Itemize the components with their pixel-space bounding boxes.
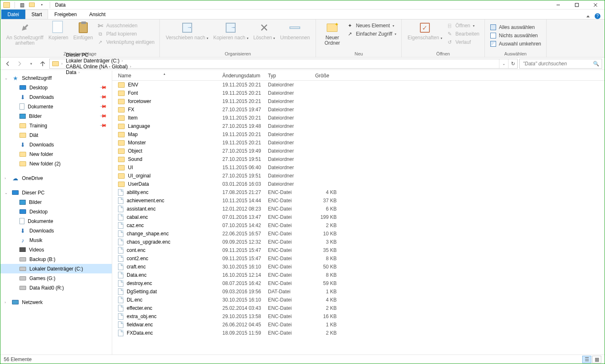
file-row[interactable]: effecter.enc25.02.2014 03:43ENC-Datei2 K…: [112, 304, 605, 312]
file-row[interactable]: Map19.11.2015 20:21Dateiordner: [112, 130, 605, 139]
file-row[interactable]: Monster19.11.2015 20:21Dateiordner: [112, 139, 605, 147]
close-button[interactable]: [586, 0, 605, 10]
pin-quickaccess-button[interactable]: An Schnellzugriff anheften: [4, 20, 46, 47]
file-row[interactable]: assistant.enc12.01.2012 08:23ENC-Datei6 …: [112, 205, 605, 213]
file-row[interactable]: Font19.11.2015 20:21Dateiordner: [112, 89, 605, 97]
properties-button[interactable]: ✓Eigenschaften ▾: [405, 20, 444, 42]
nav-qa-item[interactable]: Dokumente📌: [0, 102, 112, 111]
file-row[interactable]: forcetower19.11.2015 20:21Dateiordner: [112, 97, 605, 105]
file-row[interactable]: achievement.enc10.11.2015 14:44ENC-Datei…: [112, 196, 605, 205]
nav-pc-item[interactable]: Desktop: [0, 207, 112, 216]
tab-datei[interactable]: Datei: [1, 10, 25, 19]
col-type[interactable]: Typ: [262, 73, 309, 79]
edit-button[interactable]: ✎Bearbeiten: [445, 30, 481, 38]
file-row[interactable]: UI_orginal27.10.2015 19:51Dateiordner: [112, 172, 605, 180]
copypath-button[interactable]: ⧉Pfad kopieren: [95, 30, 156, 38]
address-dropdown-icon[interactable]: ⌄: [499, 59, 508, 68]
qat-newfolder-icon[interactable]: [27, 1, 36, 9]
file-row[interactable]: Item19.11.2015 20:21Dateiordner: [112, 114, 605, 122]
file-row[interactable]: UserData03.01.2016 16:03Dateiordner: [112, 180, 605, 188]
maximize-button[interactable]: [567, 0, 586, 10]
nav-pc-item[interactable]: Backup (B:): [0, 254, 112, 264]
collapse-ribbon-icon[interactable]: [586, 15, 590, 17]
file-row[interactable]: DgSetting.dat09.03.2016 19:56DAT-Datei1 …: [112, 287, 605, 296]
file-row[interactable]: fieldwar.enc26.06.2012 04:45ENC-Datei1 K…: [112, 321, 605, 329]
file-row[interactable]: cont.enc09.11.2015 15:47ENC-Datei35 KB: [112, 246, 605, 254]
file-row[interactable]: chaos_upgrade.enc09.09.2015 12:32ENC-Dat…: [112, 238, 605, 246]
search-box[interactable]: 🔍: [519, 59, 602, 69]
qat-dropdown-icon[interactable]: ▾: [37, 1, 46, 9]
delete-button[interactable]: ✕Löschen ▾: [251, 20, 278, 42]
file-row[interactable]: Object27.10.2015 19:49Dateiordner: [112, 147, 605, 155]
file-row[interactable]: caz.enc07.10.2015 14:42ENC-Datei2 KB: [112, 221, 605, 230]
nav-thispc[interactable]: ⌄Dieser PC: [0, 188, 112, 197]
nav-pc-item[interactable]: ♪Musik: [0, 235, 112, 245]
up-button[interactable]: [38, 59, 48, 69]
nav-qa-item[interactable]: ⬇Downloads: [0, 140, 112, 149]
forward-button[interactable]: [14, 59, 24, 69]
breadcrumb-item[interactable]: Lokaler Datenträger (C:)›: [64, 58, 135, 64]
nav-pane[interactable]: ⌄★Schnellzugriff Desktop📌⬇Downloads📌Doku…: [0, 71, 112, 354]
file-row[interactable]: ENV19.11.2015 20:21Dateiordner: [112, 81, 605, 89]
file-row[interactable]: Sound27.10.2015 19:51Dateiordner: [112, 155, 605, 163]
qat-properties-icon[interactable]: ▥: [17, 1, 27, 9]
selectall-button[interactable]: Alles auswählen: [488, 24, 543, 31]
nav-pc-item[interactable]: ⬇Downloads: [0, 226, 112, 235]
paste-button[interactable]: Einfügen: [71, 20, 95, 41]
nav-pc-item[interactable]: Data Raid0 (R:): [0, 283, 112, 292]
nav-pc-item[interactable]: Dokumente: [0, 216, 112, 226]
easyaccess-button[interactable]: ↗Einfacher Zugriff ▾: [345, 30, 398, 38]
nav-onedrive[interactable]: ›☁OneDrive: [0, 173, 112, 183]
breadcrumb-item[interactable]: Dieser PC›: [64, 52, 135, 58]
search-input[interactable]: [522, 60, 593, 67]
nav-qa-item[interactable]: Desktop📌: [0, 83, 112, 92]
nav-qa-item[interactable]: Diät: [0, 130, 112, 140]
invertselect-button[interactable]: Auswahl umkehren: [488, 40, 543, 48]
copy-button[interactable]: Kopieren: [46, 20, 71, 41]
view-icons-button[interactable]: ▦: [592, 356, 601, 363]
nav-pc-item[interactable]: Bilder: [0, 197, 112, 207]
file-row[interactable]: cont2.enc09.11.2015 15:47ENC-Datei8 KB: [112, 254, 605, 263]
nav-pc-item[interactable]: Lokaler Datenträger (C:): [0, 264, 112, 273]
file-row[interactable]: UI15.11.2015 06:40Dateiordner: [112, 163, 605, 172]
file-row[interactable]: Data.enc16.10.2015 12:14ENC-Datei8 KB: [112, 271, 605, 279]
file-row[interactable]: craft.enc30.10.2015 16:10ENC-Datei50 KB: [112, 263, 605, 271]
nav-qa-item[interactable]: ⬇Downloads📌: [0, 92, 112, 102]
file-row[interactable]: FX27.10.2015 19:47Dateiordner: [112, 105, 605, 114]
newitem-button[interactable]: ✦Neues Element ▾: [345, 22, 398, 29]
open-button[interactable]: ⌸Öffnen ▾: [445, 22, 481, 29]
nav-network[interactable]: ›Netzwerk: [0, 297, 112, 307]
file-row[interactable]: extra_obj.enc29.10.2015 13:58ENC-Datei16…: [112, 312, 605, 321]
nav-qa-item[interactable]: Training📌: [0, 121, 112, 130]
col-name[interactable]: Name▴: [112, 73, 217, 79]
col-date[interactable]: Änderungsdatum: [217, 73, 262, 79]
pastelink-button[interactable]: ↗Verknüpfung einfügen: [95, 38, 156, 46]
nav-qa-item[interactable]: Bilder📌: [0, 111, 112, 121]
view-details-button[interactable]: ☰: [582, 356, 591, 363]
recent-dropdown[interactable]: ▾: [26, 59, 36, 69]
refresh-button[interactable]: ↻: [508, 59, 517, 68]
newfolder-button[interactable]: Neuer Ordner: [319, 20, 345, 47]
file-row[interactable]: FXData.enc18.09.2015 11:59ENC-Datei2 KB: [112, 329, 605, 337]
copyto-button[interactable]: Kopieren nach ▾: [211, 20, 251, 42]
nav-qa-item[interactable]: New folder: [0, 149, 112, 159]
file-row[interactable]: cabal.enc07.01.2016 13:47ENC-Datei199 KB: [112, 213, 605, 221]
tab-freigeben[interactable]: Freigeben: [48, 10, 83, 19]
nav-pc-item[interactable]: Videos: [0, 245, 112, 254]
breadcrumb-item[interactable]: CABAL Online (NA - Global)›: [64, 64, 135, 69]
moveto-button[interactable]: Verschieben nach ▾: [163, 20, 211, 42]
tab-ansicht[interactable]: Ansicht: [83, 10, 111, 19]
file-row[interactable]: DL.enc30.10.2015 16:10ENC-Datei4 KB: [112, 296, 605, 304]
file-row[interactable]: change_shape.enc22.06.2015 16:57ENC-Date…: [112, 230, 605, 238]
history-button[interactable]: ↺Verlauf: [445, 38, 481, 46]
minimize-button[interactable]: [549, 0, 567, 10]
nav-qa-item[interactable]: New folder (2): [0, 159, 112, 168]
rename-button[interactable]: Umbenennen: [277, 20, 312, 41]
address-bar[interactable]: › Dieser PC›Lokaler Datenträger (C:)›CAB…: [49, 59, 518, 69]
file-row[interactable]: destroy.enc08.07.2015 16:42ENC-Datei59 K…: [112, 279, 605, 287]
tab-start[interactable]: Start: [25, 10, 48, 19]
help-icon[interactable]: ?: [595, 13, 600, 19]
file-row[interactable]: ability.enc17.08.2015 21:27ENC-Datei4 KB: [112, 188, 605, 196]
file-row[interactable]: Language27.10.2015 19:48Dateiordner: [112, 122, 605, 130]
nav-pc-item[interactable]: Games (G:): [0, 273, 112, 283]
